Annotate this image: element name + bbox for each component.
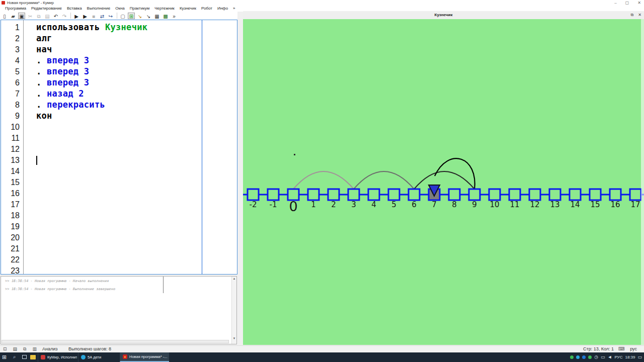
stray-dot <box>294 154 295 155</box>
line-number: 5 <box>2 67 20 76</box>
actors-grid-icon[interactable]: ⊞ <box>128 13 135 19</box>
cut-icon[interactable]: ✂ <box>27 13 34 19</box>
draftsman-tool-icon[interactable]: ↘ <box>136 13 143 19</box>
step-into-icon[interactable]: ⇄ <box>99 13 106 19</box>
text-caret <box>36 156 37 165</box>
task-view-icon[interactable] <box>22 355 27 359</box>
step-out-icon[interactable]: ↪ <box>107 13 114 19</box>
line-number: 15 <box>2 178 20 187</box>
taskbar-app-1[interactable]: 5А дети <box>78 352 116 362</box>
tray-app-icon-3[interactable] <box>588 355 592 359</box>
code-segment-cmd: назад 2 <box>47 88 84 99</box>
margin-toggle-icon[interactable]: ▢ <box>119 13 126 19</box>
minimize-button[interactable]: – <box>614 0 616 6</box>
menu-item-выполнение[interactable]: Выполнение <box>85 6 113 12</box>
menu-item-программа[interactable]: Программа <box>3 6 29 12</box>
scroll-down-icon[interactable]: ▼ <box>232 337 236 340</box>
menu-item-чертежник[interactable]: Чертежник <box>152 6 177 12</box>
cell--1 <box>268 189 279 200</box>
line-number: 20 <box>2 233 20 242</box>
paste-icon[interactable]: ▤ <box>44 13 51 19</box>
code-editor[interactable]: 1234567891011121314151617181920212223 ис… <box>1 20 237 275</box>
statusbar-toggle-icon-0[interactable]: ⊡ <box>3 346 7 352</box>
menu-item-редактирование[interactable]: Редактирование <box>29 6 64 12</box>
scroll-up-icon[interactable]: ▲ <box>232 277 236 280</box>
taskbar-app-icon-2: К <box>123 354 127 359</box>
jump-arc-9-to-7 <box>435 158 475 190</box>
menu-item-кузнечик[interactable]: Кузнечик <box>177 6 199 12</box>
statusbar-toggle-icon-3[interactable]: ▥ <box>33 346 37 352</box>
line-number: 9 <box>2 112 20 121</box>
start-button[interactable]: ⊞ <box>2 354 7 360</box>
code-segment-kw: кон <box>36 111 52 121</box>
line-number: 21 <box>2 244 20 253</box>
taskbar-app-0[interactable]: КуМир, Исполнител... <box>38 352 77 362</box>
code-segment-actor: Кузнечик <box>105 22 147 32</box>
tray-clock-icon[interactable]: ◷ <box>594 352 598 362</box>
stop-icon[interactable]: ■ <box>90 13 97 19</box>
menu-item-»[interactable]: » <box>230 6 237 12</box>
line-number: 14 <box>2 167 20 176</box>
cell-10 <box>489 189 500 200</box>
tray-language-label[interactable]: РУС <box>614 355 622 359</box>
tray-clock-label[interactable]: 18:39 <box>625 355 635 359</box>
code-line: . вперед 3 <box>36 66 89 76</box>
io-console[interactable]: ▲ ▼ >> 18:38:54 - Новая программа - Нача… <box>1 276 237 344</box>
line-number: 12 <box>2 145 20 154</box>
tray-app-icon-1[interactable] <box>576 355 580 359</box>
windows-taskbar: ⊞ ⌕ КуМир, Исполнител...5А детиКНовая пр… <box>0 352 644 362</box>
open-file-icon[interactable]: ▰ <box>10 13 17 19</box>
line-number: 6 <box>2 78 20 87</box>
file-explorer-icon[interactable] <box>30 355 36 359</box>
line-number: 19 <box>2 222 20 231</box>
grasshopper-tool-icon[interactable]: ↘ <box>145 13 152 19</box>
tray-display-icon[interactable]: ▭ <box>601 352 605 362</box>
copy-icon[interactable]: ⧉ <box>35 13 42 19</box>
taskbar-app-label: 5А дети <box>88 355 101 359</box>
console-horizontal-scrollbar[interactable] <box>2 340 229 343</box>
kumir-app-icon <box>2 1 5 5</box>
tray-app-icon-2[interactable] <box>582 355 586 359</box>
grasshopper-panel-titlebar: Кузнечик ⧉ ✕ <box>243 11 644 19</box>
search-icon[interactable]: ⌕ <box>13 354 16 360</box>
cell-label-13: 13 <box>550 200 559 209</box>
cell-4 <box>368 189 379 200</box>
cell-label-8: 8 <box>452 200 457 209</box>
cell-label-10: 10 <box>490 200 499 209</box>
maximize-button[interactable]: ▢ <box>625 0 629 6</box>
save-icon[interactable]: ▣ <box>18 13 25 19</box>
cell-6 <box>409 189 420 200</box>
panel-undock-icon[interactable]: ⧉ <box>631 11 634 19</box>
toolbar-separator <box>117 13 117 19</box>
statusbar-toggle-icon-1[interactable]: ▤ <box>13 346 18 352</box>
robot-window-icon[interactable]: ▩ <box>162 13 169 19</box>
run-step-icon[interactable]: ▶ <box>82 13 89 19</box>
code-line: алг <box>36 33 52 43</box>
menu-item-инфо[interactable]: Инфо <box>215 6 230 12</box>
run-icon[interactable]: ▶ <box>73 13 80 19</box>
tray-app-icon-0[interactable] <box>570 355 574 359</box>
toolbar-overflow[interactable]: » <box>171 13 178 19</box>
close-button[interactable]: ✕ <box>637 0 641 6</box>
console-vertical-scrollbar[interactable]: ▲ ▼ <box>231 277 236 344</box>
menu-item-практикум[interactable]: Практикум <box>127 6 152 12</box>
redo-icon[interactable]: ↷ <box>61 13 68 19</box>
taskbar-app-2[interactable]: КНовая программа* -... <box>120 352 169 362</box>
code-segment-dot: . <box>36 55 47 65</box>
notification-center-icon[interactable]: ▭ <box>637 352 642 362</box>
robot-field-icon[interactable]: ▦ <box>153 13 160 19</box>
panel-close-icon[interactable]: ✕ <box>638 11 641 19</box>
line-number: 16 <box>2 189 20 198</box>
cell-1 <box>308 189 319 200</box>
jump-arc-6-to-9 <box>414 171 474 189</box>
menu-item-вставка[interactable]: Вставка <box>64 6 85 12</box>
menu-item-робот[interactable]: Робот <box>199 6 215 12</box>
undo-icon[interactable]: ↶ <box>52 13 59 19</box>
menu-item-окна[interactable]: Окна <box>113 6 127 12</box>
kumir-main-window: Новая программа* - Кумир – ▢ ✕ Программа… <box>0 0 644 362</box>
cell-14 <box>570 189 581 200</box>
statusbar-toggle-icon-2[interactable]: ⧉ <box>23 346 26 352</box>
new-file-icon[interactable]: ▯ <box>1 13 8 19</box>
tray-speaker-icon[interactable]: ◄ <box>608 352 612 362</box>
cell-label-15: 15 <box>590 200 600 209</box>
